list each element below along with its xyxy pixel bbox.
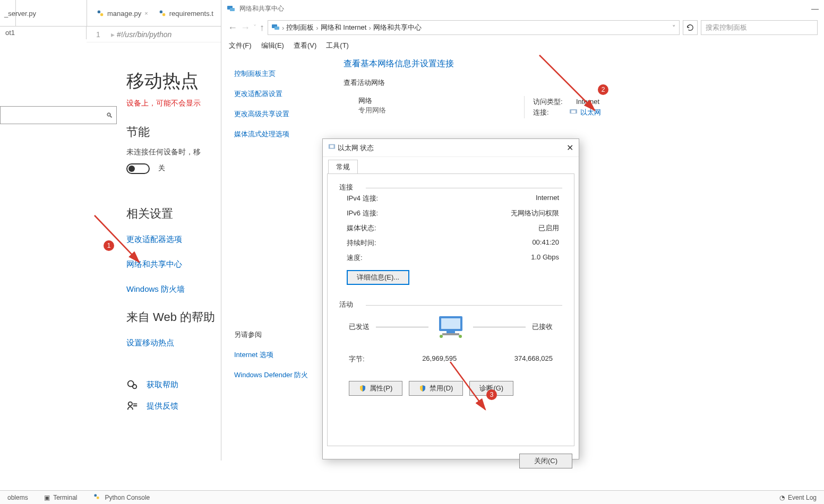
tab-event-log[interactable]: ◔ Event Log (779, 494, 817, 501)
svg-rect-17 (447, 331, 455, 333)
network-type: 专用网络 (358, 106, 503, 115)
menubar: 文件(F) 编辑(E) 查看(V) 工具(T) (221, 38, 824, 53)
menu-edit[interactable]: 编辑(E) (261, 41, 284, 50)
nav-history-button[interactable]: ˅ (253, 24, 256, 31)
tab-problems[interactable]: oblems (7, 494, 28, 501)
window-titlebar[interactable]: 网络和共享中心 — (221, 0, 824, 17)
editor-tab[interactable]: manage.py × (92, 8, 152, 19)
subheader: 查看活动网络 (344, 78, 813, 88)
svg-rect-2 (160, 11, 162, 13)
kv-label: IPv6 连接: (347, 208, 378, 218)
bytes-recv-value: 374,668,025 (514, 354, 553, 364)
close-button[interactable]: ✕ (566, 143, 573, 153)
kv-label: 持续时间: (347, 238, 376, 248)
active-network-details: 访问类型: Internet 连接: 以太网 (524, 96, 601, 118)
properties-button[interactable]: 属性(P) (349, 381, 402, 396)
group-connection: 连接 (339, 183, 562, 192)
menu-view[interactable]: 查看(V) (294, 41, 316, 50)
nav-back-button[interactable]: ← (228, 22, 237, 33)
control-panel-search[interactable]: 搜索控制面板 (701, 20, 818, 35)
chevron-down-icon[interactable]: ˅ (672, 24, 676, 32)
ethernet-icon (570, 108, 580, 116)
toggle-switch[interactable] (126, 163, 150, 174)
link-cp-home[interactable]: 控制面板主页 (234, 69, 320, 79)
svg-rect-8 (230, 8, 235, 11)
link-media-streaming[interactable]: 媒体流式处理选项 (234, 129, 320, 139)
project-tree-item[interactable]: ot1 (0, 27, 87, 39)
minimize-button[interactable]: — (811, 4, 819, 13)
button-label: 禁用(D) (430, 384, 453, 393)
access-type-value: Internet (576, 98, 599, 106)
python-file-icon (97, 10, 104, 17)
svg-point-5 (133, 385, 136, 388)
tab-terminal[interactable]: ▣ Terminal (44, 494, 78, 501)
sidebar-subheader: 另请参阅 (234, 330, 320, 340)
page-headline: 查看基本网络信息并设置连接 (344, 58, 813, 69)
refresh-button[interactable] (683, 20, 698, 35)
search-icon: 🔍︎ (106, 111, 113, 119)
crumb-item[interactable]: 网络和 Internet (321, 23, 367, 32)
editor-tabbar: manage.py × requirements.t (87, 0, 218, 27)
link-advanced-sharing[interactable]: 更改高级共享设置 (234, 109, 320, 119)
tab-label: Event Log (788, 494, 817, 501)
svg-point-19 (440, 335, 443, 338)
settings-search-input[interactable]: 🔍︎ (0, 106, 117, 124)
dialog-panel: 连接 IPv4 连接:Internet IPv6 连接:无网络访问权限 媒体状态… (327, 173, 574, 446)
disable-button[interactable]: 禁用(D) (409, 381, 463, 396)
kv-value: Internet (536, 194, 559, 203)
bytes-label: 字节: (349, 354, 365, 364)
crumb-item[interactable]: 控制面板 (286, 23, 314, 32)
svg-rect-24 (94, 494, 97, 497)
editor-tab[interactable]: requirements.t (154, 8, 218, 19)
connection-label: 连接: (533, 108, 549, 116)
link-defender-firewall[interactable]: Windows Defender 防火 (234, 370, 320, 380)
tab-general[interactable]: 常规 (328, 160, 358, 174)
editor-tab-active[interactable]: _server.py (0, 0, 16, 27)
link-internet-options[interactable]: Internet 选项 (234, 350, 320, 360)
menu-file[interactable]: 文件(F) (229, 41, 252, 50)
tab-label: Python Console (105, 494, 150, 501)
tab-python-console[interactable]: Python Console (93, 493, 150, 501)
toggle-label: 关 (158, 164, 165, 172)
chevron-right-icon: › (368, 24, 371, 32)
ethernet-icon (328, 143, 336, 152)
python-file-icon (159, 10, 166, 17)
tab-label: Terminal (53, 494, 77, 501)
nav-forward-button[interactable]: → (241, 22, 250, 33)
nav-up-button[interactable]: ↑ (260, 22, 264, 33)
svg-rect-25 (97, 497, 99, 499)
editor-tab-label: manage.py (107, 10, 141, 18)
svg-rect-16 (441, 318, 460, 329)
kv-label: IPv4 连接: (347, 194, 378, 203)
annotation-badge-1: 1 (104, 240, 114, 251)
chevron-right-icon: › (282, 24, 284, 32)
kv-value: 已启用 (538, 223, 559, 233)
link-label: 提供反馈 (147, 401, 178, 411)
link-adapter-settings[interactable]: 更改适配器设置 (234, 89, 320, 99)
ethernet-status-dialog: 以太网 状态 ✕ 常规 连接 IPv4 连接:Internet IPv6 连接:… (322, 138, 579, 459)
close-icon[interactable]: × (144, 10, 148, 16)
python-icon (93, 494, 101, 501)
received-label: 已接收 (532, 322, 553, 332)
bytes-sent-value: 26,969,595 (422, 354, 457, 364)
crumb-item[interactable]: 网络和共享中心 (373, 23, 422, 32)
activity-row: 已发送 已接收 (339, 315, 562, 338)
window-title: 网络和共享中心 (239, 4, 284, 13)
details-button[interactable]: 详细信息(E)... (347, 270, 409, 285)
access-type-label: 访问类型: (533, 98, 563, 106)
menu-tools[interactable]: 工具(T) (326, 41, 349, 50)
annotation-badge-2: 2 (598, 84, 608, 95)
kv-value: 00:41:20 (532, 238, 559, 248)
explorer-nav: ← → ˅ ↑ › 控制面板 › 网络和 Internet › 网络和共享中心 … (221, 17, 824, 38)
refresh-icon (686, 24, 694, 31)
breadcrumb[interactable]: › 控制面板 › 网络和 Internet › 网络和共享中心 ˅ (268, 20, 680, 35)
chevron-right-icon: › (316, 24, 318, 32)
kv-value: 1.0 Gbps (531, 253, 559, 263)
active-network-info: 网络 专用网络 (344, 96, 503, 118)
link-ethernet-connection[interactable]: 以太网 (580, 108, 601, 116)
close-button[interactable]: 关闭(C) (519, 454, 572, 468)
bytes-row: 字节: 26,969,595 374,668,025 (339, 354, 562, 364)
button-label: 关闭(C) (534, 456, 557, 466)
dialog-titlebar[interactable]: 以太网 状态 ✕ (323, 139, 579, 157)
sent-label: 已发送 (349, 322, 370, 332)
